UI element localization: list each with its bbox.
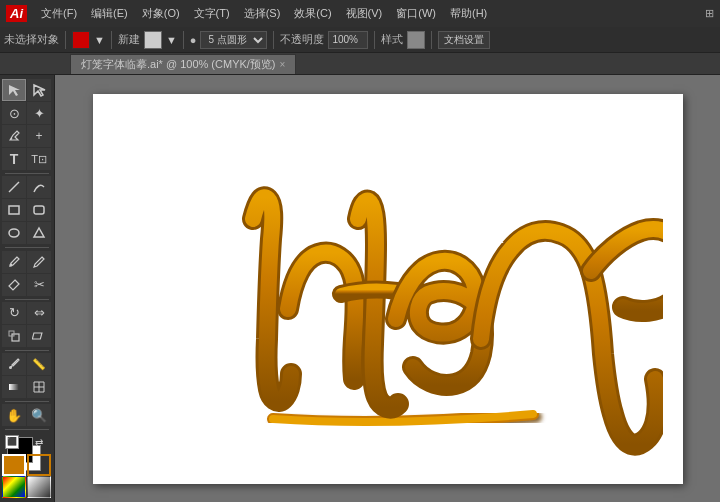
gradient-tool[interactable] bbox=[2, 376, 26, 398]
magic-wand-tool[interactable]: ✦ bbox=[27, 102, 51, 124]
divider5 bbox=[374, 31, 375, 49]
round-rect-tool[interactable] bbox=[27, 199, 51, 221]
divider2 bbox=[111, 31, 112, 49]
pen-tool[interactable] bbox=[2, 125, 26, 147]
brush-tool[interactable] bbox=[2, 251, 26, 273]
menu-view[interactable]: 视图(V) bbox=[340, 4, 389, 23]
opacity-input[interactable] bbox=[328, 31, 368, 49]
stroke-color-swatch[interactable] bbox=[72, 31, 90, 49]
area-type-tool[interactable]: T⊡ bbox=[27, 148, 51, 170]
svg-rect-1 bbox=[9, 206, 19, 214]
tool-group-type: T T⊡ bbox=[2, 148, 52, 170]
reflect-tool[interactable]: ⇔ bbox=[27, 302, 51, 324]
polygon-tool[interactable] bbox=[27, 222, 51, 244]
gradient-mode-button[interactable] bbox=[27, 476, 51, 498]
divider6 bbox=[431, 31, 432, 49]
svg-rect-10 bbox=[9, 384, 19, 390]
color-swatches: ⬛ ⇄ bbox=[5, 437, 49, 449]
app-logo: Ai bbox=[6, 5, 27, 22]
divider bbox=[65, 31, 66, 49]
no-selection-label: 未选择对象 bbox=[4, 32, 59, 47]
tool-group-brush bbox=[2, 251, 52, 273]
pencil-tool[interactable] bbox=[27, 251, 51, 273]
tool-group-select bbox=[2, 79, 52, 101]
fill-indicator: ▼ bbox=[94, 34, 105, 46]
svg-line-0 bbox=[9, 182, 19, 192]
menu-select[interactable]: 选择(S) bbox=[238, 4, 287, 23]
tool-group-line bbox=[2, 176, 52, 198]
shear-tool[interactable] bbox=[27, 325, 51, 347]
add-anchor-tool[interactable]: + bbox=[27, 125, 51, 147]
mesh-tool[interactable] bbox=[27, 376, 51, 398]
svg-point-3 bbox=[9, 229, 19, 237]
stroke-button[interactable] bbox=[27, 454, 51, 476]
direct-select-tool[interactable] bbox=[27, 79, 51, 101]
brush-select[interactable]: 5 点圆形 bbox=[200, 31, 267, 49]
tool-group-eyedrop: 📏 bbox=[2, 353, 52, 375]
svg-marker-4 bbox=[34, 228, 44, 237]
divider4 bbox=[273, 31, 274, 49]
svg-point-5 bbox=[10, 263, 13, 266]
line-tool[interactable] bbox=[2, 176, 26, 198]
toolbar: ⊙ ✦ + T T⊡ bbox=[0, 75, 55, 502]
menubar: 文件(F) 编辑(E) 对象(O) 文字(T) 选择(S) 效果(C) 视图(V… bbox=[35, 4, 493, 23]
style-swatch[interactable] bbox=[407, 31, 425, 49]
rect-tool[interactable] bbox=[2, 199, 26, 221]
options-bar: 未选择对象 ▼ 新建 ▼ ● 5 点圆形 不透明度 样式 文档设置 bbox=[0, 27, 720, 53]
tool-group-scale bbox=[2, 325, 52, 347]
color-mode-button[interactable] bbox=[2, 476, 26, 498]
measure-tool[interactable]: 📏 bbox=[27, 353, 51, 375]
menu-edit[interactable]: 编辑(E) bbox=[85, 4, 134, 23]
tool-group-hand: ✋ 🔍 bbox=[2, 404, 52, 426]
active-tab[interactable]: 灯笼字体临摹.ai* @ 100% (CMYK/预览) × bbox=[70, 54, 296, 74]
canvas-area bbox=[55, 75, 720, 502]
style-label: 样式 bbox=[381, 32, 403, 47]
menu-file[interactable]: 文件(F) bbox=[35, 4, 83, 23]
hand-tool[interactable]: ✋ bbox=[2, 404, 26, 426]
tool-group-shapes bbox=[2, 199, 52, 221]
svg-rect-2 bbox=[34, 206, 44, 214]
rotate-tool[interactable]: ↻ bbox=[2, 302, 26, 324]
tab-close-button[interactable]: × bbox=[280, 59, 286, 70]
titlebar: Ai 文件(F) 编辑(E) 对象(O) 文字(T) 选择(S) 效果(C) 视… bbox=[0, 0, 720, 27]
titlebar-controls: ⊞ bbox=[705, 7, 714, 20]
tab-bar: 灯笼字体临摹.ai* @ 100% (CMYK/预览) × bbox=[0, 53, 720, 75]
fill-button[interactable] bbox=[2, 454, 26, 476]
tab-label: 灯笼字体临摹.ai* @ 100% (CMYK/预览) bbox=[81, 57, 276, 72]
type-tool[interactable]: T bbox=[2, 148, 26, 170]
opacity-label: 不透明度 bbox=[280, 32, 324, 47]
svg-rect-8 bbox=[32, 333, 42, 339]
new-color-swatch[interactable] bbox=[144, 31, 162, 49]
eyedropper-tool[interactable] bbox=[2, 353, 26, 375]
arc-tool[interactable] bbox=[27, 176, 51, 198]
doc-setup-button[interactable]: 文档设置 bbox=[438, 31, 490, 49]
color-mode-row bbox=[2, 476, 52, 498]
tool-group-pen: + bbox=[2, 125, 52, 147]
menu-text[interactable]: 文字(T) bbox=[188, 4, 236, 23]
menu-window[interactable]: 窗口(W) bbox=[390, 4, 442, 23]
selection-tool[interactable] bbox=[2, 79, 26, 101]
lasso-tool[interactable]: ⊙ bbox=[2, 102, 26, 124]
menu-help[interactable]: 帮助(H) bbox=[444, 4, 493, 23]
canvas bbox=[93, 94, 683, 484]
search-icon[interactable]: ⊞ bbox=[705, 7, 714, 20]
tool-group-rotate: ↻ ⇔ bbox=[2, 302, 52, 324]
reset-colors-button[interactable]: ⬛ bbox=[5, 435, 19, 449]
divider3 bbox=[183, 31, 184, 49]
swap-colors-button[interactable]: ⇄ bbox=[35, 437, 49, 451]
menu-object[interactable]: 对象(O) bbox=[136, 4, 186, 23]
scale-tool[interactable] bbox=[2, 325, 26, 347]
new-label: 新建 bbox=[118, 32, 140, 47]
tool-group-eraser: ✂ bbox=[2, 274, 52, 296]
eraser-tool[interactable] bbox=[2, 274, 26, 296]
menu-effects[interactable]: 效果(C) bbox=[288, 4, 337, 23]
svg-rect-6 bbox=[12, 334, 19, 341]
tool-group-extra bbox=[2, 454, 52, 498]
new-arrow: ▼ bbox=[166, 34, 177, 46]
scissors-tool[interactable]: ✂ bbox=[27, 274, 51, 296]
ellipse-tool[interactable] bbox=[2, 222, 26, 244]
tool-group-ellipse bbox=[2, 222, 52, 244]
svg-point-9 bbox=[9, 366, 12, 369]
zoom-tool[interactable]: 🔍 bbox=[27, 404, 51, 426]
stroke-fill-row bbox=[2, 454, 52, 476]
